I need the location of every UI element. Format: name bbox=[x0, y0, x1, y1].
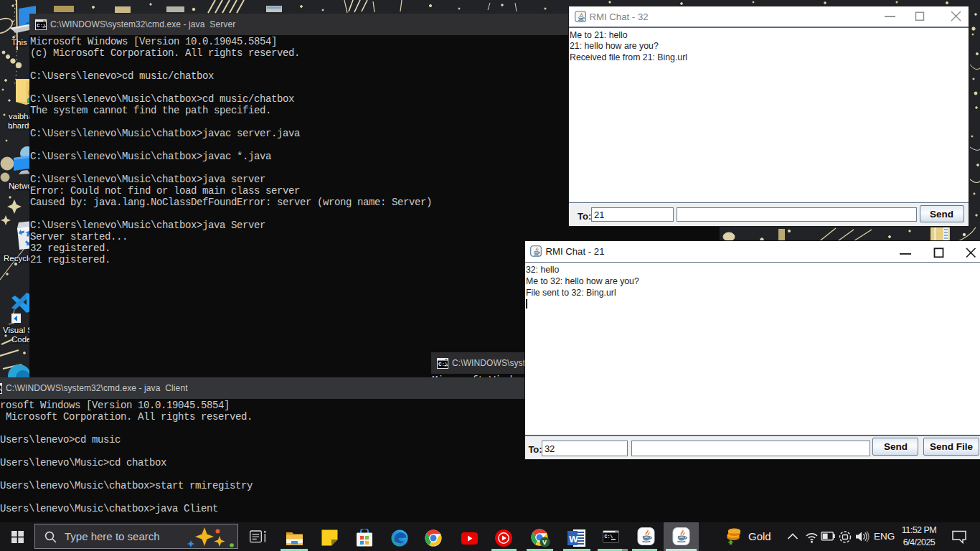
svg-text:C:\: C:\ bbox=[605, 534, 613, 540]
svg-text:W: W bbox=[569, 534, 578, 545]
svg-text:C:\: C:\ bbox=[438, 362, 448, 367]
svg-text:C:\: C:\ bbox=[37, 23, 47, 29]
svg-text:V: V bbox=[542, 539, 547, 546]
